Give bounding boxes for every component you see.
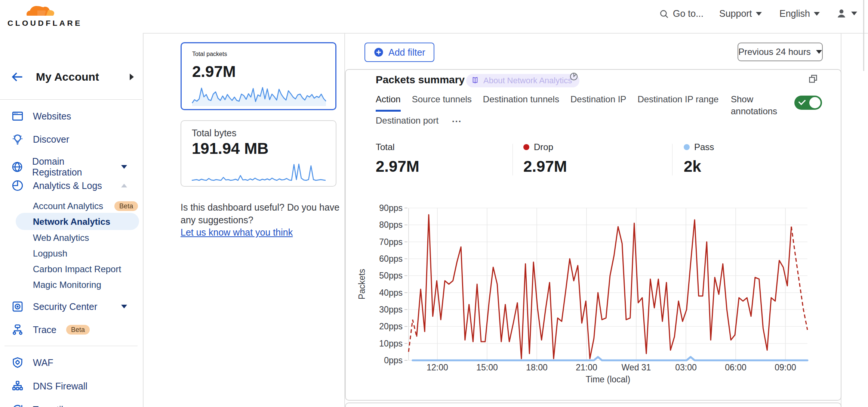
stat-dot-2 [684, 144, 690, 150]
check-icon [798, 98, 806, 105]
svg-text:0pps: 0pps [384, 355, 403, 365]
account-menu[interactable] [835, 7, 857, 19]
stat-dot-1 [523, 144, 529, 150]
sidebar-item-analytics-logs[interactable]: Analytics & Logs [11, 179, 135, 192]
about-network-analytics-badge[interactable]: About Network Analytics [466, 74, 579, 87]
sidebar-item-account-analytics[interactable]: Account Analytics Beta [33, 201, 141, 211]
svg-text:Time (local): Time (local) [586, 375, 630, 384]
add-filter-label: Add filter [388, 47, 425, 58]
back-arrow-icon[interactable] [10, 70, 24, 84]
chevron-right-icon[interactable] [130, 74, 134, 80]
cloudflare-cloud-icon [22, 3, 56, 19]
svg-text:30pps: 30pps [379, 305, 403, 314]
sidebar-item-domain-registration[interactable]: Domain Registration [11, 156, 135, 178]
sidebar-item-web-analytics[interactable]: Web Analytics [33, 233, 141, 243]
sidebar-item-label: Carbon Impact Report [33, 264, 121, 274]
tab-bar: Action Source tunnels Destination tunnel… [376, 94, 718, 112]
pie-chart-icon [11, 179, 24, 192]
sidebar-item-dns-firewall[interactable]: DNS Firewall [11, 380, 135, 392]
search-icon [659, 9, 669, 19]
refresh-check-icon [11, 403, 24, 407]
svg-text:50pps: 50pps [379, 271, 403, 280]
card-value: 2.97M [192, 63, 236, 81]
svg-text:Wed 31: Wed 31 [622, 363, 651, 372]
sidebar-item-label: Network Analytics [33, 217, 110, 227]
chevron-up-icon [121, 184, 127, 187]
svg-text:15:00: 15:00 [476, 363, 498, 372]
cloudflare-logo[interactable]: CLOUDFLARE [7, 3, 71, 28]
svg-text:21:00: 21:00 [576, 363, 597, 372]
stat-value: 2.97M [523, 158, 567, 175]
sidebar-item-label: Web Analytics [33, 233, 89, 243]
stat-value: 2.97M [376, 158, 419, 175]
svg-text:40pps: 40pps [379, 288, 403, 298]
cloudflare-dashboard: CLOUDFLARE Go to... Support English [0, 0, 868, 407]
sidebar-item-label: Magic Monitoring [33, 280, 101, 290]
sidebar-item-label: Discover [33, 134, 69, 145]
sidebar-item-waf[interactable]: WAF [11, 356, 135, 369]
sidebar-item-network-analytics[interactable]: Network Analytics [33, 217, 141, 227]
support-label: Support [719, 8, 752, 19]
time-range-label: Previous 24 hours [738, 47, 810, 57]
show-annotations-toggle[interactable] [794, 96, 822, 110]
feedback-link[interactable]: Let us know what you think [181, 227, 293, 238]
total-bytes-card[interactable]: Total bytes 191.94 MB [181, 120, 336, 187]
sidebar-item-websites[interactable]: Websites [11, 110, 135, 122]
tab-destination-tunnels[interactable]: Destination tunnels [483, 94, 559, 112]
svg-text:90pps: 90pps [379, 203, 403, 213]
svg-text:12:00: 12:00 [427, 363, 448, 372]
shield-gear-icon [11, 356, 24, 369]
sidebar-item-discover[interactable]: Discover [11, 133, 135, 146]
beta-badge: Beta [66, 325, 90, 335]
language-menu[interactable]: English [779, 8, 820, 19]
tab-destination-port[interactable]: Destination port [376, 115, 438, 131]
stat-label: Pass [694, 142, 714, 152]
time-range-dropdown[interactable]: Previous 24 hours [738, 43, 823, 61]
tab-destination-ip-range[interactable]: Destination IP range [637, 94, 718, 112]
sidebar-item-magic-monitoring[interactable]: Magic Monitoring [33, 280, 141, 290]
book-icon [471, 76, 480, 85]
total-bytes-sparkline [191, 162, 327, 184]
scrollbar[interactable] [863, 0, 864, 71]
next-card-top-edge [345, 403, 841, 407]
sidebar-item-turnstile[interactable]: Turnstile [11, 403, 135, 407]
sidebar-item-trace[interactable]: Trace Beta [11, 323, 135, 336]
add-filter-button[interactable]: Add filter [364, 43, 434, 62]
tab-source-tunnels[interactable]: Source tunnels [412, 94, 472, 112]
svg-text:80pps: 80pps [379, 220, 403, 230]
packets-time-series-chart[interactable]: 0pps10pps20pps30pps40pps50pps60pps70pps8… [348, 202, 842, 388]
more-tabs-ellipsis[interactable]: ... [452, 114, 462, 133]
svg-text:06:00: 06:00 [725, 363, 747, 372]
beta-badge: Beta [114, 201, 138, 211]
svg-text:70pps: 70pps [379, 237, 403, 247]
pie-chart-icon[interactable] [569, 72, 579, 81]
stat-divider [513, 144, 513, 175]
sidebar-item-label: Analytics & Logs [33, 180, 102, 191]
card-title: Total bytes [192, 128, 237, 139]
sidebar-item-label: Turnstile [33, 404, 68, 407]
sidebar-item-label: DNS Firewall [33, 381, 87, 392]
sidebar-item-carbon-impact-report[interactable]: Carbon Impact Report [33, 264, 141, 274]
sidebar-item-logpush[interactable]: Logpush [33, 248, 141, 259]
divider [0, 99, 142, 100]
tab-action[interactable]: Action [376, 94, 401, 112]
stat-pass: Pass 2k [684, 142, 714, 175]
sidebar: My Account Websites Discover Domain Regi… [0, 33, 144, 407]
stat-value: 2k [684, 158, 714, 175]
sidebar-item-label: Account Analytics [33, 201, 103, 211]
goto-search[interactable]: Go to... [659, 8, 704, 19]
support-menu[interactable]: Support [719, 8, 762, 19]
stat-label: Drop [534, 142, 553, 152]
svg-text:09:00: 09:00 [775, 363, 796, 372]
show-annotations-label: Show annotations [731, 93, 794, 117]
chevron-down-icon [814, 12, 820, 16]
tab-destination-ip[interactable]: Destination IP [570, 94, 626, 112]
stat-label: Total [376, 142, 395, 152]
expand-icon[interactable] [807, 73, 819, 84]
safe-icon [11, 300, 24, 313]
total-packets-card[interactable]: Total packets 2.97M [181, 42, 336, 110]
sidebar-item-security-center[interactable]: Security Center [11, 300, 135, 313]
sidebar-item-label: Websites [33, 111, 71, 122]
divider [4, 346, 138, 346]
goto-label: Go to... [673, 8, 704, 19]
